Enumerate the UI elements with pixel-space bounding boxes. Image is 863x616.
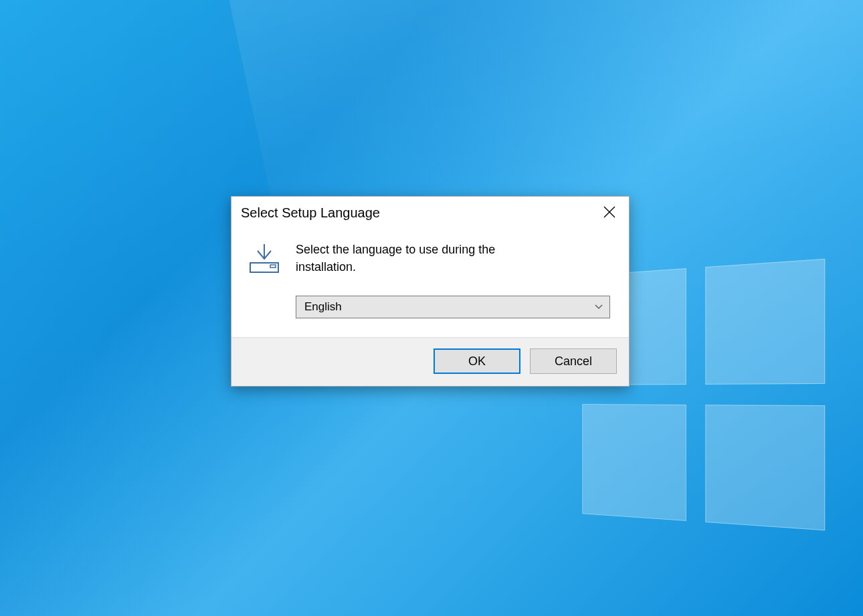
close-icon: [603, 206, 615, 220]
language-dropdown[interactable]: English: [296, 296, 610, 318]
instruction-text: Select the language to use during the in…: [296, 241, 550, 276]
cancel-button[interactable]: Cancel: [530, 348, 617, 374]
dialog-footer: OK Cancel: [231, 337, 629, 386]
ok-button[interactable]: OK: [434, 348, 520, 374]
dialog-content: Select the language to use during the in…: [296, 241, 618, 318]
setup-install-icon: [248, 242, 281, 274]
chevron-down-icon: [595, 304, 603, 310]
close-button[interactable]: [590, 197, 629, 229]
dialog-titlebar[interactable]: Select Setup Language: [231, 197, 629, 229]
setup-language-dialog: Select Setup Language Select the languag…: [231, 196, 630, 387]
language-selected-value: English: [304, 300, 342, 314]
svg-rect-1: [270, 265, 276, 268]
dialog-body: Select the language to use during the in…: [231, 229, 629, 337]
dialog-title: Select Setup Language: [241, 205, 380, 221]
